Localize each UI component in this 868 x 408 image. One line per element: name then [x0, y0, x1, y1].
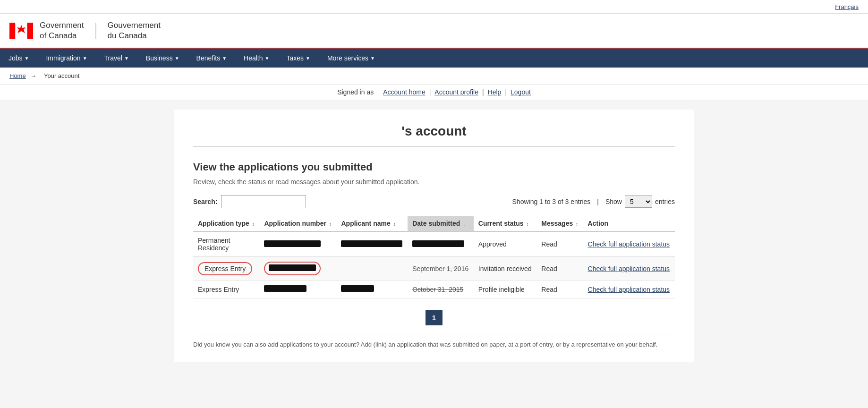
nav-jobs[interactable]: Jobs ▼ [0, 49, 37, 68]
showing-text: Showing 1 to 3 of 3 entries [512, 198, 591, 205]
app-type-cell: Express Entry [193, 257, 259, 280]
messages-cell: Read [536, 280, 583, 298]
nav-health-arrow: ▼ [265, 56, 270, 61]
main-content: 's account View the applications you sub… [174, 110, 694, 362]
svg-rect-0 [9, 23, 16, 39]
status-cell: Profile ineligible [474, 280, 536, 298]
nav-immigration-arrow: ▼ [83, 56, 87, 61]
account-home-link[interactable]: Account home [383, 88, 425, 96]
search-group: Search: [193, 195, 306, 208]
col-current-status[interactable]: Current status ↕ [474, 216, 536, 231]
footer-note: Did you know you can also add applicatio… [193, 335, 675, 348]
entries-label: entries [655, 198, 675, 205]
messages-cell: Read [536, 257, 583, 280]
canada-flag [9, 23, 33, 39]
app-name-cell [336, 231, 408, 257]
site-header: Government of Canada Gouvernement du Can… [0, 14, 868, 49]
show-label: Show [605, 198, 622, 205]
page-title: 's account [193, 124, 675, 147]
check-status-link[interactable]: Check full application status [588, 265, 670, 272]
nav-benefits-arrow: ▼ [222, 56, 227, 61]
entries-select[interactable]: 5 10 25 50 100 [625, 196, 652, 208]
circled-app-number [264, 262, 321, 275]
date-cell: September 1, 2016 [408, 257, 474, 280]
sep-2: | [482, 88, 484, 96]
nav-health[interactable]: Health ▼ [235, 49, 278, 68]
col-app-type[interactable]: Application type ↕ [193, 216, 259, 231]
search-input[interactable] [221, 195, 306, 208]
nav-more-services[interactable]: More services ▼ [319, 49, 383, 68]
table-row: PermanentResidency Approved Read Check f… [193, 231, 675, 257]
nav-travel-arrow: ▼ [124, 56, 129, 61]
breadcrumb-arrow: → [30, 72, 38, 79]
svg-rect-2 [27, 23, 34, 39]
status-cell: Approved [474, 231, 536, 257]
status-cell: Invitation received [474, 257, 536, 280]
nav-travel[interactable]: Travel ▼ [96, 49, 137, 68]
sort-app-type-icon: ↕ [252, 221, 255, 227]
nav-immigration[interactable]: Immigration ▼ [37, 49, 95, 68]
redacted-name [341, 285, 374, 292]
account-links: Account home | Account profile | Help | … [383, 88, 531, 96]
col-action: Action [583, 216, 675, 231]
sort-app-name-icon: ↕ [393, 221, 396, 227]
header-divider [95, 23, 96, 39]
show-group: Showing 1 to 3 of 3 entries | Show 5 10 … [512, 196, 675, 208]
breadcrumb-current: Your account [44, 72, 79, 79]
sep-3: | [505, 88, 507, 96]
signed-in-text: Signed in as [337, 88, 374, 96]
breadcrumb-home[interactable]: Home [9, 72, 26, 79]
gov-name-fr: Gouvernement du Canada [108, 20, 161, 41]
date-text: September 1, 2016 [412, 265, 468, 272]
redacted-name [341, 240, 402, 247]
pagination: 1 [193, 310, 675, 325]
section-title: View the applications you submitted [193, 161, 675, 173]
col-app-name[interactable]: Applicant name ↕ [336, 216, 408, 231]
main-nav: Jobs ▼ Immigration ▼ Travel ▼ Business ▼… [0, 49, 868, 68]
check-status-link[interactable]: Check full application status [588, 286, 670, 293]
app-number-cell [259, 280, 336, 298]
app-type-cell: Express Entry [193, 280, 259, 298]
date-cell [408, 231, 474, 257]
check-status-link[interactable]: Check full application status [588, 240, 670, 248]
nav-jobs-arrow: ▼ [25, 56, 29, 61]
breadcrumb: Home → Your account [0, 68, 868, 85]
francais-link[interactable]: Français [835, 3, 859, 10]
app-number-cell [259, 257, 336, 280]
nav-taxes-arrow: ▼ [306, 56, 310, 61]
sort-status-icon: ↕ [526, 221, 528, 227]
nav-benefits[interactable]: Benefits ▼ [188, 49, 236, 68]
circled-app-type: Express Entry [198, 262, 252, 275]
app-type-cell: PermanentResidency [193, 231, 259, 257]
col-app-number[interactable]: Application number ↕ [259, 216, 336, 231]
app-name-cell [336, 280, 408, 298]
nav-taxes[interactable]: Taxes ▼ [278, 49, 318, 68]
logout-link[interactable]: Logout [511, 88, 531, 96]
search-label: Search: [193, 198, 217, 205]
col-date-submitted[interactable]: Date submitted ↓ [408, 216, 474, 231]
applications-table: Application type ↕ Application number ↕ … [193, 216, 675, 298]
action-cell: Check full application status [583, 257, 675, 280]
sort-messages-icon: ↕ [576, 221, 578, 227]
app-name-cell [336, 257, 408, 280]
table-controls: Search: Showing 1 to 3 of 3 entries | Sh… [193, 195, 675, 208]
date-text: October 31, 2015 [412, 286, 463, 293]
action-cell: Check full application status [583, 280, 675, 298]
app-number-cell [259, 231, 336, 257]
flag-icon [9, 23, 33, 39]
help-link[interactable]: Help [488, 88, 502, 96]
col-messages[interactable]: Messages ↕ [536, 216, 583, 231]
messages-cell: Read [536, 231, 583, 257]
account-profile-link[interactable]: Account profile [434, 88, 478, 96]
redacted-date [412, 240, 464, 247]
redacted-number [264, 240, 321, 247]
language-bar: Français [0, 0, 868, 14]
sep-1: | [429, 88, 431, 96]
redacted-number [264, 285, 306, 292]
nav-business[interactable]: Business ▼ [137, 49, 188, 68]
date-cell: October 31, 2015 [408, 280, 474, 298]
page-1-button[interactable]: 1 [425, 310, 443, 325]
action-cell: Check full application status [583, 231, 675, 257]
account-bar: Signed in as Account home | Account prof… [0, 85, 868, 100]
redacted-number [269, 264, 316, 271]
